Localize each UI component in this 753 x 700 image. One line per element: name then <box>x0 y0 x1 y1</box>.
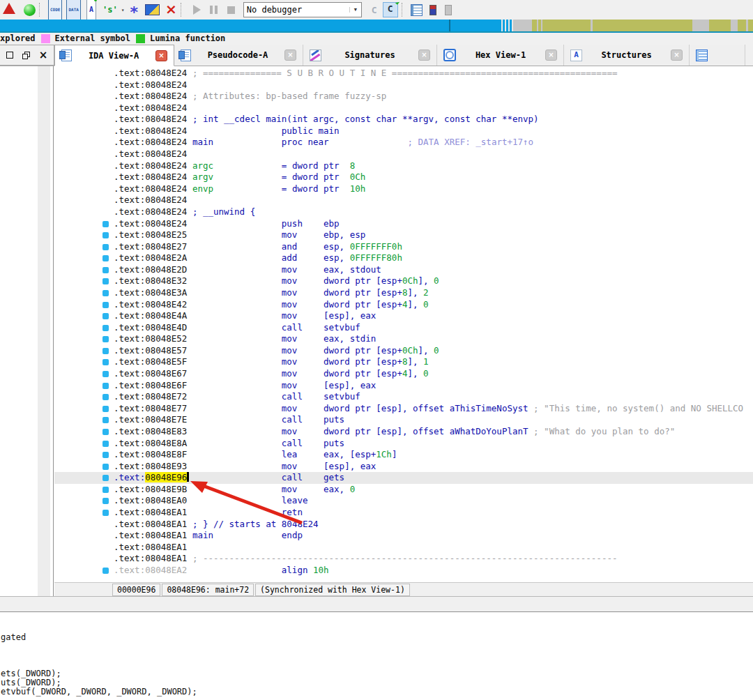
disasm-line[interactable]: .text:08048E25 mov ebp, esp <box>54 229 753 241</box>
scrollbar-track[interactable] <box>38 66 50 596</box>
disasm-line[interactable]: .text:08048E4D call setvbuf <box>54 322 753 334</box>
disasm-line[interactable]: .text:08048E5F mov dword ptr [esp+8], 1 <box>54 356 753 368</box>
make-code-button[interactable]: CODE <box>48 0 62 22</box>
line-gutter <box>102 82 109 89</box>
disasm-line[interactable]: .text:08048E72 call setvbuf <box>54 391 753 403</box>
disasm-line[interactable]: .text:08048E6F mov [esp], eax <box>54 380 753 392</box>
start-process-button[interactable] <box>193 5 201 15</box>
disasm-line[interactable]: .text:08048E93 mov [esp], eax <box>54 461 753 473</box>
disasm-line[interactable]: .text:08048EA1 ; } // starts at 8048E24 <box>54 519 753 531</box>
instruction-dot-icon <box>102 406 109 412</box>
tab-label: Pseudocode-A <box>195 45 280 66</box>
float-window-icon[interactable] <box>6 52 13 59</box>
instruction-dot-icon <box>102 302 109 308</box>
disasm-line[interactable]: .text:08048E96 call gets <box>54 472 753 484</box>
notebook-icon[interactable] <box>411 4 423 16</box>
line-gutter <box>102 163 109 169</box>
disasm-line[interactable]: .text:08048E24 envp = dword ptr 10h <box>54 183 753 195</box>
tab-hex-view-1[interactable]: Hex View-1× <box>437 45 564 66</box>
disasm-text: .text:08048E27 and esp, 0FFFFFFF0h <box>114 241 402 252</box>
make-data-button[interactable]: DATA <box>66 0 80 22</box>
tab-close-icon[interactable]: × <box>155 50 167 61</box>
disasm-text: .text:08048E93 mov [esp], eax <box>114 461 376 471</box>
disasm-line[interactable]: .text:08048E24 ; __unwind { <box>54 206 753 218</box>
disasm-line[interactable]: .text:08048E24 <box>54 149 753 160</box>
disasm-line[interactable]: .text:08048EA1 main endp <box>54 530 753 542</box>
disasm-line[interactable]: .text:08048E24 public main <box>54 125 753 137</box>
tab-enums[interactable] <box>690 45 745 66</box>
jump-cross-reference-button[interactable]: C <box>383 2 398 17</box>
line-gutter <box>102 105 109 112</box>
tab-close-icon[interactable]: × <box>545 50 557 61</box>
disasm-line[interactable]: .text:08048E24 main proc near ; DATA XRE… <box>54 137 753 149</box>
disasm-line[interactable]: .text:08048EA1 retn <box>54 507 753 519</box>
close-window-icon[interactable]: × <box>39 50 48 61</box>
make-string-button[interactable]: 's' <box>102 6 118 14</box>
pause-process-button[interactable] <box>210 6 218 14</box>
disasm-line[interactable]: .text:08048E32 mov dword ptr [esp+0Ch], … <box>54 275 753 287</box>
output-window[interactable]: gatedets(_DWORD);uts(_DWORD);etvbuf(_DWO… <box>0 611 753 700</box>
disasm-line[interactable]: .text:08048E3A mov dword ptr [esp+8], 2 <box>54 287 753 299</box>
disasm-line[interactable]: .text:08048E2A add esp, 0FFFFFF80h <box>54 252 753 264</box>
tab-signatures[interactable]: Signatures× <box>303 45 437 66</box>
undefine-button[interactable]: × <box>165 2 177 16</box>
disasm-line[interactable]: .text:08048E24 ; Attributes: bp-based fr… <box>54 91 753 102</box>
disasm-line[interactable]: .text:08048E24 <box>54 79 753 91</box>
lumina-button[interactable] <box>15 1 36 18</box>
tab-close-icon[interactable]: × <box>284 50 296 61</box>
stop-process-button[interactable] <box>227 6 235 14</box>
disasm-line[interactable]: .text:08048E24 argv = dword ptr 0Ch <box>54 172 753 183</box>
status-cell: (Synchronized with Hex View-1) <box>255 584 410 596</box>
disasm-line[interactable]: .text:08048E8A call puts <box>54 438 753 450</box>
disasm-text: .text:08048E9B mov eax, 0 <box>114 484 355 494</box>
chevron-down-icon[interactable]: ▾ <box>121 7 125 13</box>
disasm-line[interactable]: .text:08048EA0 leave <box>54 495 753 507</box>
disasm-line[interactable]: .text:08048E24 push ebp <box>54 218 753 230</box>
disasm-line[interactable]: .text:08048EA1 ; -----------------------… <box>54 553 753 565</box>
ida-view-a[interactable]: .text:08048E24 ; =============== S U B R… <box>54 66 753 596</box>
tab-ida-view-a[interactable]: IDA View-A× <box>54 45 174 66</box>
disasm-text: .text:08048E24 <box>114 195 187 205</box>
disasm-line[interactable]: .text:08048E42 mov dword ptr [esp+4], 0 <box>54 299 753 311</box>
colors-icon[interactable] <box>145 4 160 15</box>
tab-close-icon[interactable]: × <box>671 50 683 61</box>
debugger-select[interactable]: No debugger ▼ <box>243 2 362 17</box>
disasm-line[interactable]: .text:08048E4A mov [esp], eax <box>54 310 753 322</box>
snowflake-icon[interactable]: * <box>130 8 138 16</box>
restore-window-icon[interactable] <box>22 52 30 59</box>
disasm-line[interactable]: .text:08048E67 mov dword ptr [esp+4], 0 <box>54 368 753 380</box>
disasm-line[interactable]: .text:08048E24 <box>54 195 753 206</box>
tab-label: Hex View-1 <box>460 45 541 66</box>
line-gutter <box>102 556 109 562</box>
disasm-line[interactable]: .text:08048E8F lea eax, [esp+1Ch] <box>54 449 753 461</box>
tab-close-icon[interactable]: × <box>418 50 430 61</box>
tab-structures[interactable]: AStructures× <box>564 45 690 66</box>
disasm-text: .text:08048EA1 retn <box>114 507 303 517</box>
disasm-line[interactable]: .text:08048E83 mov dword ptr [esp], offs… <box>54 426 753 438</box>
tab-bar-tabs: IDA View-A×Pseudocode-A×Signatures×Hex V… <box>54 45 753 66</box>
navigation-band[interactable] <box>0 20 753 33</box>
disasm-line[interactable]: .text:08048E24 ; int __cdecl main(int ar… <box>54 114 753 125</box>
disasm-line[interactable]: .text:08048E9B mov eax, 0 <box>54 484 753 496</box>
disasm-line[interactable]: .text:08048E27 and esp, 0FFFFFFF0h <box>54 241 753 253</box>
tab-pseudocode-a[interactable]: Pseudocode-A× <box>174 45 303 66</box>
disasm-line[interactable]: .text:08048E57 mov dword ptr [esp+0Ch], … <box>54 345 753 357</box>
disasm-line[interactable]: .text:08048EA2 align 10h <box>54 565 753 577</box>
disasm-line[interactable]: .text:08048E7E call puts <box>54 414 753 426</box>
disasm-line[interactable]: .text:08048E24 ; =============== S U B R… <box>54 68 753 79</box>
disasm-line[interactable]: .text:08048E52 mov eax, stdin <box>54 333 753 345</box>
make-name-button[interactable]: A <box>86 0 96 20</box>
warning-button[interactable] <box>0 1 15 18</box>
disasm-line[interactable]: .text:08048E2D mov eax, stdout <box>54 264 753 276</box>
disasm-line[interactable]: .text:08048E24 <box>54 102 753 114</box>
output-line: ets(_DWORD); <box>1 669 753 678</box>
disasm-line[interactable]: .text:08048E77 mov dword ptr [esp], offs… <box>54 403 753 415</box>
disasm-line[interactable]: .text:08048E24 argc = dword ptr 8 <box>54 160 753 172</box>
content-area: .text:08048E24 ; =============== S U B R… <box>0 66 753 597</box>
disasm-line[interactable]: .text:08048EA1 <box>54 542 753 554</box>
toolbar-separator <box>181 3 181 17</box>
instruction-dot-icon <box>102 244 109 250</box>
chip-icon[interactable] <box>429 5 436 15</box>
cross-references-button[interactable]: C <box>372 6 377 15</box>
instruction-dot-icon <box>102 487 109 493</box>
